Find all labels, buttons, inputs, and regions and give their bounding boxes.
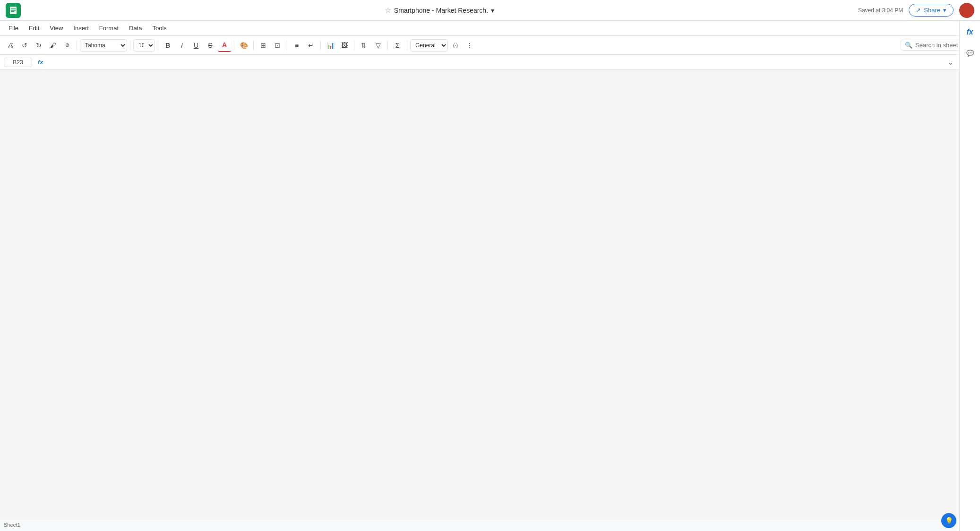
title-right: Saved at 3:04 PM ↗ Share ▾ xyxy=(858,3,974,18)
divider-4 xyxy=(234,41,234,50)
formula-bar: B23 fx ⌄ ⊞ xyxy=(0,55,980,70)
share-chevron: ▾ xyxy=(943,7,946,14)
divider-5 xyxy=(253,41,254,50)
paint-format-button[interactable]: 🖌 xyxy=(46,39,60,52)
menu-file[interactable]: File xyxy=(4,23,23,34)
svg-rect-1 xyxy=(11,9,16,9)
formula-expand-button[interactable]: ⌄ xyxy=(947,58,954,67)
divider-2 xyxy=(130,41,130,50)
undo-button[interactable]: ↺ xyxy=(18,39,31,52)
format-selector[interactable]: General xyxy=(410,39,448,51)
image-button[interactable]: 🖼 xyxy=(338,39,351,52)
share-button[interactable]: ↗ Share ▾ xyxy=(909,4,954,17)
text-color-button[interactable]: A xyxy=(218,39,231,52)
divider-9 xyxy=(387,41,388,50)
divider-3 xyxy=(158,41,158,50)
menu-insert[interactable]: Insert xyxy=(69,23,94,34)
redo-button[interactable]: ↻ xyxy=(32,39,45,52)
fill-color-button[interactable]: 🎨 xyxy=(237,39,250,52)
toolbar: 🖨 ↺ ↻ 🖌 ⊘ Tahoma 10 B I U S A 🎨 ⊞ ⊡ ≡ ↵ … xyxy=(0,36,980,55)
divider-8 xyxy=(354,41,354,50)
divider-7 xyxy=(320,41,321,50)
strikethrough-button[interactable]: S xyxy=(204,39,217,52)
avatar[interactable] xyxy=(959,3,974,18)
clear-button[interactable]: ⊘ xyxy=(60,39,74,52)
chart-button[interactable]: 📊 xyxy=(324,39,337,52)
title-chevron[interactable]: ▾ xyxy=(491,7,494,14)
share-label: Share xyxy=(924,7,940,14)
italic-button[interactable]: I xyxy=(175,39,189,52)
svg-rect-3 xyxy=(11,11,14,12)
sort-button[interactable]: ⇅ xyxy=(357,39,370,52)
saved-status: Saved at 3:04 PM xyxy=(858,7,903,14)
file-name: Smartphone - Market Research. xyxy=(394,7,488,14)
menu-view[interactable]: View xyxy=(45,23,68,34)
svg-rect-2 xyxy=(11,10,16,11)
print-button[interactable]: 🖨 xyxy=(4,39,17,52)
app-logo xyxy=(6,3,21,18)
more-button[interactable]: ⋮ xyxy=(463,39,476,52)
title-center: ☆ Smartphone - Market Research. ▾ xyxy=(385,6,494,15)
share-icon: ↗ xyxy=(916,7,921,14)
star-icon[interactable]: ☆ xyxy=(385,6,391,15)
title-left xyxy=(6,3,21,18)
menu-tools[interactable]: Tools xyxy=(147,23,171,34)
fx-icon: fx xyxy=(36,59,45,66)
bold-button[interactable]: B xyxy=(161,39,174,52)
wrap-button[interactable]: ↵ xyxy=(304,39,318,52)
filter-button[interactable]: ▽ xyxy=(371,39,385,52)
font-size-selector[interactable]: 10 xyxy=(133,39,155,51)
align-button[interactable]: ≡ xyxy=(290,39,303,52)
menu-bar: File Edit View Insert Format Data Tools xyxy=(0,21,980,36)
function-button[interactable]: Σ xyxy=(391,39,404,52)
formula-btn[interactable]: (·) xyxy=(449,39,462,52)
font-selector[interactable]: Tahoma xyxy=(80,39,127,51)
menu-format[interactable]: Format xyxy=(95,23,123,34)
cell-reference[interactable]: B23 xyxy=(4,58,32,67)
merge-button[interactable]: ⊡ xyxy=(271,39,284,52)
formula-input[interactable] xyxy=(49,59,944,66)
borders-button[interactable]: ⊞ xyxy=(257,39,270,52)
divider-6 xyxy=(287,41,287,50)
menu-data[interactable]: Data xyxy=(124,23,146,34)
title-bar: ☆ Smartphone - Market Research. ▾ Saved … xyxy=(0,0,980,21)
underline-button[interactable]: U xyxy=(189,39,203,52)
divider-10 xyxy=(407,41,407,50)
search-icon: 🔍 xyxy=(905,42,912,49)
divider-1 xyxy=(77,41,77,50)
menu-edit[interactable]: Edit xyxy=(24,23,44,34)
